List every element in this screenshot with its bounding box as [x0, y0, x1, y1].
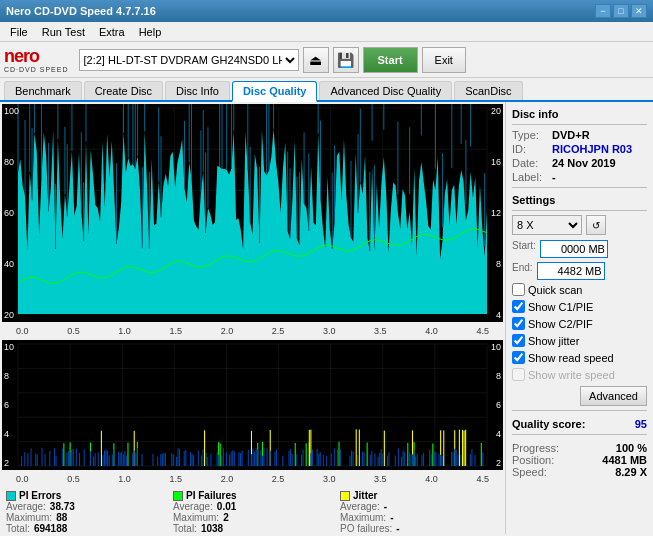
speed-selector[interactable]: 8 X [512, 215, 582, 235]
position-value: 4481 MB [602, 454, 647, 466]
close-button[interactable]: ✕ [631, 4, 647, 18]
disc-id-label: ID: [512, 143, 548, 155]
show-write-speed-checkbox [512, 368, 525, 381]
reset-icon[interactable]: ↺ [586, 215, 606, 235]
menu-help[interactable]: Help [133, 24, 168, 40]
maximize-button[interactable]: □ [613, 4, 629, 18]
show-c2pif-row: Show C2/PIF [512, 317, 647, 330]
tab-create-disc[interactable]: Create Disc [84, 81, 163, 100]
disc-label-row: Label: - [512, 171, 647, 183]
divider-3 [512, 210, 647, 211]
pi-failures-color [173, 491, 183, 501]
disc-date-label: Date: [512, 157, 548, 169]
upper-y-axis-right: 20 16 12 8 4 [491, 104, 501, 322]
show-read-speed-checkbox[interactable] [512, 351, 525, 364]
speed-row: 8 X ↺ [512, 215, 647, 235]
progress-row: Progress: 100 % [512, 442, 647, 454]
lower-chart: 10 8 6 4 2 10 8 6 4 2 [2, 340, 503, 470]
show-read-speed-row: Show read speed [512, 351, 647, 364]
drive-selector[interactable]: [2:2] HL-DT-ST DVDRAM GH24NSD0 LH00 [79, 49, 299, 71]
tab-advanced-disc-quality[interactable]: Advanced Disc Quality [319, 81, 452, 100]
eject-icon[interactable]: ⏏ [303, 47, 329, 73]
menu-file[interactable]: File [4, 24, 34, 40]
pi-errors-average-row: Average: 38.73 [6, 501, 165, 512]
quality-score-value: 95 [635, 418, 647, 430]
upper-x-axis: 0.0 0.5 1.0 1.5 2.0 2.5 3.0 3.5 4.0 4.5 [16, 326, 489, 336]
disc-type-label: Type: [512, 129, 548, 141]
tab-benchmark[interactable]: Benchmark [4, 81, 82, 100]
pi-failures-title: PI Failures [173, 490, 332, 501]
divider-5 [512, 434, 647, 435]
menu-extra[interactable]: Extra [93, 24, 131, 40]
upper-y-axis-left: 100 80 60 40 20 [4, 104, 19, 322]
pi-failures-legend: PI Failures Average: 0.01 Maximum: 2 Tot… [173, 490, 332, 534]
jitter-legend: Jitter Average: - Maximum: - PO failures… [340, 490, 499, 534]
pi-errors-color [6, 491, 16, 501]
end-mb-input[interactable] [537, 262, 605, 280]
quick-scan-checkbox[interactable] [512, 283, 525, 296]
start-button[interactable]: Start [363, 47, 418, 73]
quality-score-row: Quality score: 95 [512, 418, 647, 430]
show-c1pie-checkbox[interactable] [512, 300, 525, 313]
progress-section: Progress: 100 % Position: 4481 MB Speed:… [512, 442, 647, 478]
logo: nero CD·DVD SPEED [4, 47, 69, 73]
menu-bar: File Run Test Extra Help [0, 22, 653, 42]
jitter-color [340, 491, 350, 501]
pi-errors-legend: PI Errors Average: 38.73 Maximum: 88 Tot… [6, 490, 165, 534]
main-content: 100 80 60 40 20 20 16 12 8 4 0.0 0.5 1.0 [0, 102, 653, 534]
toolbar: nero CD·DVD SPEED [2:2] HL-DT-ST DVDRAM … [0, 42, 653, 78]
end-mb-label: End: [512, 262, 533, 280]
tab-bar: Benchmark Create Disc Disc Info Disc Qua… [0, 78, 653, 102]
menu-run-test[interactable]: Run Test [36, 24, 91, 40]
logo-text: nero [4, 47, 39, 65]
window-controls: − □ ✕ [595, 4, 647, 18]
show-write-speed-row: Show write speed [512, 368, 647, 381]
jitter-title: Jitter [340, 490, 499, 501]
exit-button[interactable]: Exit [422, 47, 466, 73]
lower-x-axis: 0.0 0.5 1.0 1.5 2.0 2.5 3.0 3.5 4.0 4.5 [16, 474, 489, 484]
charts-area: 100 80 60 40 20 20 16 12 8 4 0.0 0.5 1.0 [0, 102, 505, 534]
progress-label: Progress: [512, 442, 559, 454]
speed-label: Speed: [512, 466, 547, 478]
logo-sub: CD·DVD SPEED [4, 66, 69, 73]
quality-score-label: Quality score: [512, 418, 585, 430]
show-c2pif-label: Show C2/PIF [528, 318, 593, 330]
lower-chart-canvas [2, 340, 503, 470]
disc-label-label: Label: [512, 171, 548, 183]
save-icon[interactable]: 💾 [333, 47, 359, 73]
position-row: Position: 4481 MB [512, 454, 647, 466]
pi-failures-total-row: Total: 1038 [173, 523, 332, 534]
show-c1pie-label: Show C1/PIE [528, 301, 593, 313]
show-jitter-checkbox[interactable] [512, 334, 525, 347]
minimize-button[interactable]: − [595, 4, 611, 18]
show-jitter-label: Show jitter [528, 335, 579, 347]
lower-y-axis-left: 10 8 6 4 2 [4, 340, 14, 470]
divider-1 [512, 124, 647, 125]
quick-scan-label: Quick scan [528, 284, 582, 296]
show-c2pif-checkbox[interactable] [512, 317, 525, 330]
window-title: Nero CD-DVD Speed 4.7.7.16 [6, 5, 156, 17]
tab-disc-info[interactable]: Disc Info [165, 81, 230, 100]
right-panel: Disc info Type: DVD+R ID: RICOHJPN R03 D… [505, 102, 653, 534]
quick-scan-row: Quick scan [512, 283, 647, 296]
speed-row-2: Speed: 8.29 X [512, 466, 647, 478]
upper-chart: 100 80 60 40 20 20 16 12 8 4 [2, 104, 503, 322]
tab-disc-quality[interactable]: Disc Quality [232, 81, 318, 102]
disc-date-row: Date: 24 Nov 2019 [512, 157, 647, 169]
disc-date-value: 24 Nov 2019 [552, 157, 616, 169]
disc-label-value: - [552, 171, 556, 183]
speed-value: 8.29 X [615, 466, 647, 478]
pi-failures-average-row: Average: 0.01 [173, 501, 332, 512]
divider-2 [512, 187, 647, 188]
advanced-button[interactable]: Advanced [580, 386, 647, 406]
tab-scan-disc[interactable]: ScanDisc [454, 81, 522, 100]
start-mb-input[interactable] [540, 240, 608, 258]
disc-id-value: RICOHJPN R03 [552, 143, 632, 155]
title-bar: Nero CD-DVD Speed 4.7.7.16 − □ ✕ [0, 0, 653, 22]
disc-id-row: ID: RICOHJPN R03 [512, 143, 647, 155]
jitter-average-row: Average: - [340, 501, 499, 512]
lower-y-axis-right: 10 8 6 4 2 [491, 340, 501, 470]
pi-failures-maximum-row: Maximum: 2 [173, 512, 332, 523]
jitter-po-row: PO failures: - [340, 523, 499, 534]
settings-title: Settings [512, 194, 647, 206]
